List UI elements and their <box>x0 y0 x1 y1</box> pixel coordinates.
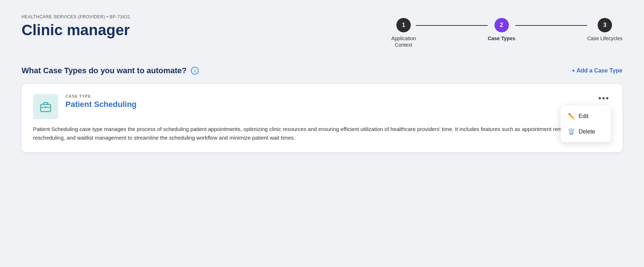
case-type-label: CASE TYPE <box>65 94 137 98</box>
page-title: Clinic manager <box>22 22 130 39</box>
section-header: What Case Types do you want to automate?… <box>22 66 622 75</box>
step-3-circle: 3 <box>598 18 612 32</box>
card-title-section: CASE TYPE Patient Scheduling <box>65 94 137 109</box>
header-row: HEALTHCARE SERVICES (PROVIDER) • BP-7163… <box>22 14 622 48</box>
step-2-label: Case Types <box>488 35 515 42</box>
edit-menu-item[interactable]: ✏️ Edit <box>561 108 611 124</box>
add-case-type-label: + Add a Case Type <box>572 67 622 74</box>
case-card: CASE TYPE Patient Scheduling ••• Patient… <box>22 84 622 152</box>
edit-label: Edit <box>579 113 589 120</box>
step-connector-2 <box>515 25 587 26</box>
add-case-type-button[interactable]: + Add a Case Type <box>572 67 622 74</box>
info-icon[interactable]: i <box>191 67 199 75</box>
title-section: HEALTHCARE SERVICES (PROVIDER) • BP-7163… <box>22 14 130 39</box>
step-2: 2 Case Types <box>488 18 515 42</box>
delete-icon: 🗑️ <box>568 128 575 135</box>
breadcrumb: HEALTHCARE SERVICES (PROVIDER) • BP-7163… <box>22 14 130 19</box>
card-header: CASE TYPE Patient Scheduling ••• <box>33 94 611 119</box>
step-1-circle: 1 <box>396 18 411 32</box>
more-options-button[interactable]: ••• <box>597 94 611 103</box>
section-title: What Case Types do you want to automate? <box>22 66 187 75</box>
delete-menu-item[interactable]: 🗑️ Delete <box>561 124 611 139</box>
case-icon-box <box>33 94 58 119</box>
step-3-label: Case Lifecycles <box>587 35 622 42</box>
card-left: CASE TYPE Patient Scheduling <box>33 94 137 119</box>
section-title-group: What Case Types do you want to automate?… <box>22 66 199 75</box>
step-3: 3 Case Lifecycles <box>587 18 622 42</box>
step-1: 1 Application Context <box>391 18 416 48</box>
dropdown-menu: ✏️ Edit 🗑️ Delete <box>561 106 611 142</box>
delete-label: Delete <box>579 128 595 135</box>
step-1-label: Application Context <box>391 35 416 48</box>
step-connector-1 <box>416 25 488 26</box>
edit-icon: ✏️ <box>568 113 575 120</box>
stepper: 1 Application Context 2 Case Types 3 <box>391 14 622 48</box>
briefcase-icon <box>38 99 53 114</box>
step-2-circle: 2 <box>494 18 509 32</box>
case-name: Patient Scheduling <box>65 100 137 109</box>
case-description: Patient Scheduling case type manages the… <box>33 125 611 142</box>
